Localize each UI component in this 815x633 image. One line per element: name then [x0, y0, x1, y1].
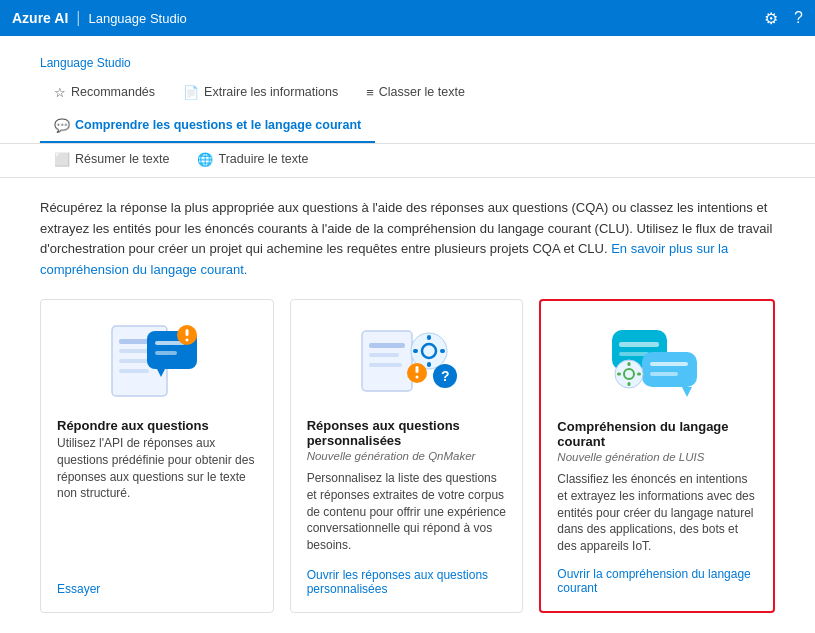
tab-traduire-label: Traduire le texte — [218, 152, 308, 166]
svg-rect-71 — [628, 382, 631, 386]
hero-illustration — [575, 66, 785, 77]
svg-point-44 — [185, 339, 188, 342]
tab-recommandes[interactable]: ☆ Recommandés — [40, 77, 169, 110]
card-reponses-perso-action[interactable]: Ouvrir les réponses aux questions person… — [307, 568, 507, 596]
list-icon: ≡ — [366, 85, 374, 100]
cards-container: Répondre aux questions Utilisez l'API de… — [40, 299, 775, 613]
tab-extraire-label: Extraire les informations — [204, 85, 338, 99]
doc-icon: 📄 — [183, 85, 199, 100]
main-content: Language Studio Démarrer avec Azure Cogn… — [0, 36, 815, 633]
tab-recommandes-label: Recommandés — [71, 85, 155, 99]
topbar-left: Azure AI | Language Studio — [12, 9, 187, 27]
svg-rect-37 — [119, 369, 149, 373]
svg-rect-47 — [369, 353, 399, 357]
tab-resumer[interactable]: ⬜ Résumer le texte — [40, 144, 183, 177]
svg-text:?: ? — [441, 368, 450, 384]
card-repondre-title: Répondre aux questions — [57, 418, 257, 433]
svg-rect-66 — [650, 362, 688, 366]
topbar: Azure AI | Language Studio ⚙ ? — [0, 0, 815, 36]
card-comprehension-desc: Classifiez les énoncés en intentions et … — [557, 471, 757, 555]
svg-rect-67 — [650, 372, 678, 376]
svg-rect-73 — [637, 373, 641, 376]
svg-rect-54 — [440, 349, 445, 353]
svg-rect-53 — [413, 349, 418, 353]
svg-rect-58 — [415, 366, 418, 373]
tabs-row-1: ☆ Recommandés 📄 Extraire les information… — [0, 77, 815, 144]
svg-rect-62 — [619, 342, 659, 347]
help-icon[interactable]: ? — [794, 9, 803, 27]
svg-rect-72 — [617, 373, 621, 376]
svg-rect-70 — [628, 362, 631, 366]
card-repondre-image — [57, 316, 257, 406]
tab-extraire[interactable]: 📄 Extraire les informations — [169, 77, 352, 110]
card-reponses-perso-image: ? — [307, 316, 507, 406]
resumer-icon: ⬜ — [54, 152, 70, 167]
svg-point-59 — [415, 376, 418, 379]
card-reponses-perso-desc: Personnalisez la liste des questions et … — [307, 470, 507, 556]
star-icon: ☆ — [54, 85, 66, 100]
main-section: Récupérez la réponse la plus appropriée … — [0, 178, 815, 633]
tabs-row-2: ⬜ Résumer le texte 🌐 Traduire le texte — [0, 144, 815, 178]
card-repondre[interactable]: Répondre aux questions Utilisez l'API de… — [40, 299, 274, 613]
brand-label: Azure AI — [12, 10, 68, 26]
tab-resumer-label: Résumer le texte — [75, 152, 169, 166]
svg-marker-65 — [682, 387, 692, 397]
card-comprehension[interactable]: Compréhension du langage courant Nouvell… — [539, 299, 775, 613]
card-reponses-perso[interactable]: ? Réponses aux questions personnalisées … — [290, 299, 524, 613]
topbar-separator: | — [76, 9, 80, 27]
topbar-title: Language Studio — [88, 11, 186, 26]
svg-rect-51 — [427, 335, 431, 340]
topbar-icons: ⚙ ? — [764, 9, 803, 28]
hero-section: Language Studio Démarrer avec Azure Cogn… — [0, 36, 815, 77]
svg-rect-48 — [369, 363, 402, 367]
card-comprehension-subtitle: Nouvelle génération de LUIS — [557, 451, 757, 463]
card-repondre-action[interactable]: Essayer — [57, 582, 257, 596]
card-comprehension-action[interactable]: Ouvrir la compréhension du langage coura… — [557, 567, 757, 595]
svg-rect-45 — [362, 331, 412, 391]
tab-comprendre-label: Comprendre les questions et le langage c… — [75, 118, 361, 132]
translate-icon: 🌐 — [197, 152, 213, 167]
tab-traduire[interactable]: 🌐 Traduire le texte — [183, 144, 322, 177]
tab-classer[interactable]: ≡ Classer le texte — [352, 77, 479, 110]
svg-rect-46 — [369, 343, 405, 348]
card-comprehension-image — [557, 317, 757, 407]
settings-icon[interactable]: ⚙ — [764, 9, 778, 28]
tab-classer-label: Classer le texte — [379, 85, 465, 99]
chat-icon: 💬 — [54, 118, 70, 133]
svg-rect-52 — [427, 362, 431, 367]
tab-comprendre[interactable]: 💬 Comprendre les questions et le langage… — [40, 110, 375, 143]
card-reponses-perso-subtitle: Nouvelle génération de QnMaker — [307, 450, 507, 462]
card-comprehension-title: Compréhension du langage courant — [557, 419, 757, 449]
svg-rect-64 — [642, 352, 697, 387]
card-repondre-desc: Utilisez l'API de réponses aux questions… — [57, 435, 257, 570]
svg-rect-43 — [185, 329, 188, 336]
card-reponses-perso-title: Réponses aux questions personnalisées — [307, 418, 507, 448]
svg-rect-41 — [155, 351, 177, 355]
content-description: Récupérez la réponse la plus appropriée … — [40, 198, 775, 281]
